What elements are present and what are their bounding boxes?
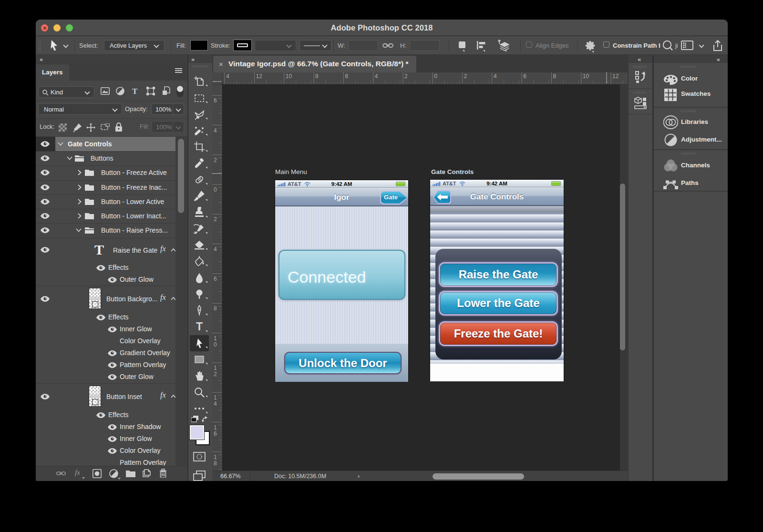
- svg-text:12: 12: [256, 73, 263, 80]
- svg-text:6: 6: [214, 97, 217, 104]
- svg-text:4: 4: [214, 246, 217, 253]
- svg-text:10: 10: [286, 73, 292, 80]
- svg-text:2: 2: [214, 371, 217, 378]
- svg-text:4: 4: [214, 400, 217, 407]
- svg-text:8: 8: [553, 73, 557, 80]
- svg-text:4: 4: [494, 73, 497, 80]
- svg-text:6: 6: [523, 73, 526, 80]
- svg-text:2: 2: [214, 216, 217, 223]
- svg-text:6: 6: [345, 73, 348, 80]
- svg-text:0: 0: [434, 73, 437, 80]
- svg-text:8: 8: [214, 305, 217, 312]
- svg-text:4: 4: [375, 73, 378, 80]
- svg-text:8: 8: [214, 460, 217, 467]
- svg-text:10: 10: [583, 73, 589, 80]
- svg-text:0: 0: [214, 186, 217, 193]
- svg-text:2: 2: [214, 157, 217, 164]
- svg-text:1: 1: [214, 424, 217, 431]
- svg-text:1: 1: [214, 394, 217, 401]
- svg-text:2: 2: [404, 73, 408, 80]
- svg-text:12: 12: [612, 73, 619, 80]
- svg-text:4: 4: [214, 127, 217, 134]
- svg-text:4: 4: [226, 73, 229, 80]
- svg-text:1: 1: [214, 454, 217, 460]
- svg-text:6: 6: [214, 276, 217, 282]
- svg-text:8: 8: [315, 73, 319, 80]
- svg-text:T: T: [196, 321, 203, 333]
- svg-text:2: 2: [464, 73, 467, 80]
- svg-text:1: 1: [214, 365, 217, 371]
- svg-text:0: 0: [214, 341, 217, 348]
- svg-text:6: 6: [214, 430, 217, 437]
- svg-text:1: 1: [214, 335, 217, 342]
